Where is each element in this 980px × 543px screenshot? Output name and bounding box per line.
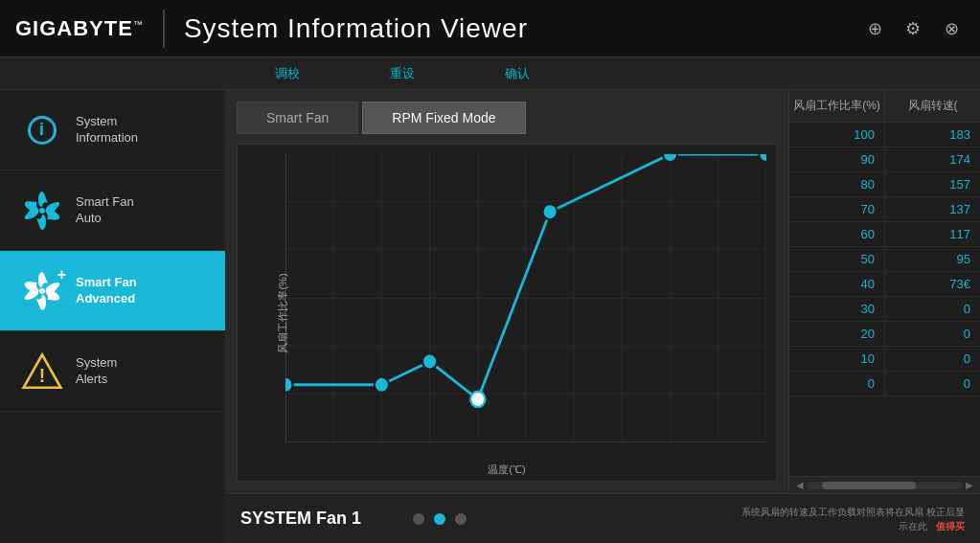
sidebar-item-system-information[interactable]: i SystemInformation [0, 90, 225, 170]
svg-point-43 [759, 154, 766, 162]
close-icon[interactable]: ⊗ [938, 15, 965, 42]
table-row: 90174 [789, 147, 980, 172]
rp-cell-pct: 40 [789, 272, 885, 296]
rp-cell-rpm: 73€ [885, 272, 980, 296]
scroll-thumb[interactable] [822, 482, 916, 489]
tab-bar: Smart Fan RPM Fixed Mode [237, 102, 777, 134]
svg-point-41 [542, 204, 557, 219]
right-panel: 风扇工作比率(%) 风扇转速( 100183901748015770137601… [788, 90, 980, 493]
fan-dot-3[interactable] [455, 513, 467, 525]
main-layout: i SystemInformation Smart FanAuto [0, 90, 980, 543]
table-row: 70137 [789, 197, 980, 222]
table-row: 100183 [789, 123, 980, 147]
sidebar-item-smart-fan-advanced[interactable]: + Smart FanAdvanced [0, 251, 225, 331]
rp-cell-rpm: 183 [885, 123, 980, 147]
bottom-bar: SYSTEM Fan 1 系统风扇的转速及工作负载对照表将在风扇 校正后显示在此… [225, 493, 980, 543]
chart-svg: 100 80 60 40 20 0 0 10 20 30 40 50 60 [285, 154, 766, 442]
fan-name-label: SYSTEM Fan 1 [240, 509, 394, 529]
rp-cell-rpm: 0 [885, 322, 980, 346]
alert-icon: ! [15, 345, 68, 397]
table-row: 00 [789, 372, 980, 396]
chart-y-label: 风扇工作比率(%) [276, 273, 290, 352]
info-icon: i [15, 103, 68, 156]
svg-point-40 [470, 392, 485, 407]
sidebar-item-smart-fan-auto[interactable]: Smart FanAuto [0, 170, 225, 251]
rp-cell-pct: 10 [789, 347, 885, 371]
scroll-track[interactable] [807, 482, 963, 489]
toolbar-adjust-btn[interactable]: 调校 [230, 59, 345, 88]
fan-auto-icon [15, 184, 68, 237]
rp-cell-rpm: 0 [885, 347, 980, 371]
rp-cell-pct: 60 [789, 222, 885, 246]
chart-container: 风扇工作比率(%) 温度(℃) [237, 144, 777, 482]
sidebar-label-system-alerts: SystemAlerts [76, 355, 117, 388]
svg-text:!: ! [38, 365, 44, 386]
sidebar: i SystemInformation Smart FanAuto [0, 90, 225, 543]
rp-cell-rpm: 137 [885, 197, 980, 221]
center-right: Smart Fan RPM Fixed Mode 风扇工作比率(%) 温度(℃) [225, 90, 980, 543]
header-divider [163, 10, 165, 48]
fan-advanced-icon: + [15, 264, 68, 317]
svg-point-37 [285, 377, 293, 393]
right-panel-rows: 1001839017480157701376011750954073€30020… [789, 123, 980, 476]
rp-cell-rpm: 95 [885, 247, 980, 271]
tab-smart-fan[interactable]: Smart Fan [237, 102, 358, 134]
sidebar-label-system-information: SystemInformation [76, 114, 138, 147]
rp-cell-rpm: 157 [885, 172, 980, 196]
rp-cell-pct: 90 [789, 147, 885, 171]
fan-dots [413, 513, 735, 525]
rp-cell-rpm: 117 [885, 222, 980, 246]
watermark-text: 值得买 [936, 521, 965, 532]
svg-point-38 [375, 377, 389, 393]
fan-dot-1[interactable] [413, 513, 424, 525]
header: GIGABYTE™ System Information Viewer ⊕ ⚙ … [0, 0, 980, 57]
right-panel-header: 风扇工作比率(%) 风扇转速( [789, 90, 980, 123]
chart-x-label: 温度(℃) [488, 463, 525, 477]
table-row: 100 [789, 347, 980, 372]
sidebar-item-system-alerts[interactable]: ! SystemAlerts [0, 331, 225, 412]
rph-col-rpm: 风扇转速( [885, 90, 980, 122]
center-right-inner: Smart Fan RPM Fixed Mode 风扇工作比率(%) 温度(℃) [225, 90, 980, 493]
rp-cell-pct: 70 [789, 197, 885, 221]
toolbar: 调校 重设 确认 [0, 57, 980, 90]
scroll-left-icon[interactable]: ◀ [793, 480, 807, 490]
right-panel-scrollbar[interactable]: ◀ ▶ [789, 476, 980, 493]
toolbar-reset-btn[interactable]: 重设 [345, 59, 460, 88]
sidebar-label-smart-fan-advanced: Smart FanAdvanced [76, 275, 137, 307]
gear-icon[interactable]: ⚙ [900, 15, 926, 42]
table-row: 80157 [789, 172, 980, 197]
svg-point-42 [663, 154, 677, 162]
rp-cell-pct: 20 [789, 322, 885, 346]
table-row: 300 [789, 297, 980, 322]
rp-cell-rpm: 0 [885, 297, 980, 321]
table-row: 60117 [789, 222, 980, 247]
table-row: 5095 [789, 247, 980, 272]
logo: GIGABYTE™ [15, 16, 144, 41]
scroll-right-icon[interactable]: ▶ [963, 480, 976, 490]
sidebar-label-smart-fan-auto: Smart FanAuto [76, 194, 134, 227]
header-icons: ⊕ ⚙ ⊗ [861, 15, 965, 42]
tab-rpm-fixed[interactable]: RPM Fixed Mode [362, 102, 525, 134]
rp-cell-pct: 50 [789, 247, 885, 271]
rp-cell-pct: 0 [789, 372, 885, 396]
svg-point-39 [422, 353, 437, 369]
rp-cell-rpm: 0 [885, 372, 980, 396]
toolbar-confirm-btn[interactable]: 确认 [460, 59, 575, 88]
table-row: 200 [789, 322, 980, 347]
content-area: Smart Fan RPM Fixed Mode 风扇工作比率(%) 温度(℃) [225, 90, 788, 493]
app-title: System Information Viewer [184, 13, 861, 44]
rp-cell-pct: 30 [789, 297, 885, 321]
rp-cell-pct: 80 [789, 172, 885, 196]
fan-dot-2[interactable] [434, 513, 445, 525]
bottom-note: 系统风扇的转速及工作负载对照表将在风扇 校正后显示在此 值得买 [735, 505, 965, 533]
globe-icon[interactable]: ⊕ [861, 15, 888, 42]
rp-cell-pct: 100 [789, 123, 885, 147]
rp-cell-rpm: 174 [885, 147, 980, 171]
table-row: 4073€ [789, 272, 980, 297]
rph-col-pct: 风扇工作比率(%) [789, 90, 885, 122]
